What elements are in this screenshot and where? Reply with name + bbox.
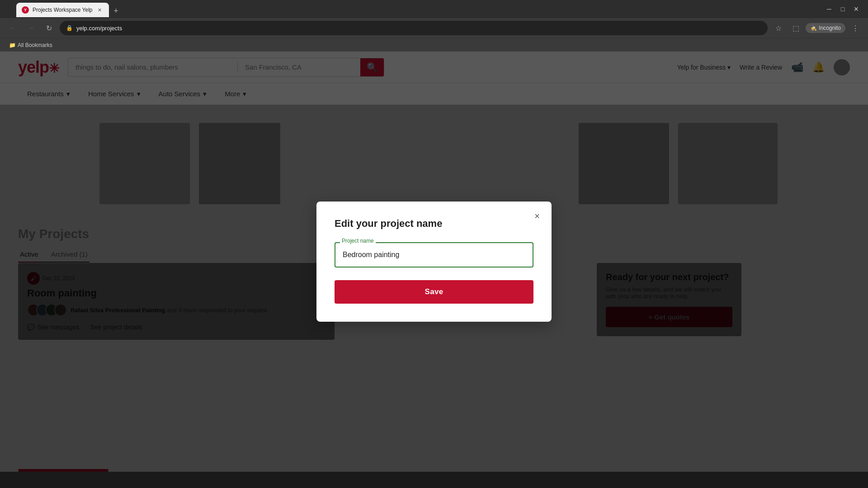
bookmarks-folder[interactable]: 📁 All Bookmarks [5,41,56,49]
extension-button[interactable]: ⬚ [788,21,803,35]
browser-toolbar: ← → ↻ 🔒 yelp.com/projects ☆ ⬚ 🕵 Incognit… [0,18,868,38]
incognito-icon: 🕵 [810,25,817,31]
maximize-button[interactable]: □ [836,3,849,15]
tab-favicon: Y [22,6,29,14]
back-button[interactable]: ← [5,21,20,35]
tab-title: Projects Workspace Yelp [33,7,93,13]
more-menu-button[interactable]: ⋮ [848,21,863,35]
toolbar-actions: ☆ ⬚ 🕵 Incognito ⋮ [771,21,863,35]
forward-button[interactable]: → [24,21,38,35]
tab-close-button[interactable]: ✕ [96,6,104,14]
active-tab[interactable]: Y Projects Workspace Yelp ✕ [16,3,109,17]
save-button[interactable]: Save [335,280,533,304]
lock-icon: 🔒 [66,25,73,31]
bookmarks-bar: 📁 All Bookmarks [0,38,868,52]
folder-icon: 📁 [9,42,16,48]
bookmark-star-button[interactable]: ☆ [771,21,786,35]
tab-bar: Y Projects Workspace Yelp ✕ + [13,1,126,17]
bookmarks-label: All Bookmarks [18,42,52,48]
reload-button[interactable]: ↻ [42,21,56,35]
edit-project-modal: Edit your project name × Project name Sa… [316,202,552,322]
project-name-input[interactable] [335,242,533,267]
new-tab-button[interactable]: + [110,5,123,17]
project-name-field: Project name [335,242,533,267]
project-name-label: Project name [340,238,376,244]
url-text: yelp.com/projects [76,25,122,32]
minimize-button[interactable]: ─ [823,3,835,15]
modal-close-button[interactable]: × [530,209,544,223]
browser-titlebar: Y Projects Workspace Yelp ✕ + ─ □ ✕ [0,0,868,18]
browser-chrome: Y Projects Workspace Yelp ✕ + ─ □ ✕ ← → … [0,0,868,52]
incognito-badge[interactable]: 🕵 Incognito [806,23,845,33]
close-button[interactable]: ✕ [850,3,863,15]
page-content: yelp✳ 🔍 Yelp for Business ▾ Write a Revi… [0,52,868,472]
modal-title: Edit your project name [335,218,533,230]
incognito-label: Incognito [819,25,841,31]
address-bar[interactable]: 🔒 yelp.com/projects [60,21,768,35]
modal-overlay[interactable]: Edit your project name × Project name Sa… [0,52,868,472]
